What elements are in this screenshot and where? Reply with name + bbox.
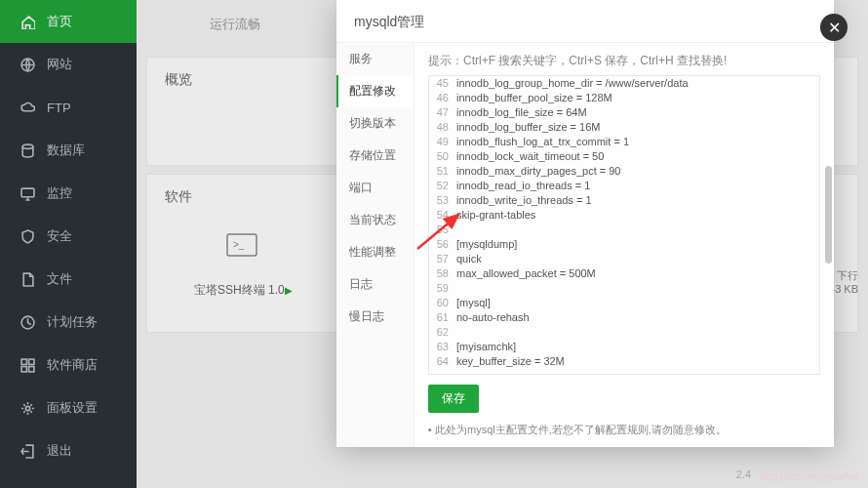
modal-tab[interactable]: 端口 xyxy=(336,172,414,204)
modal-tab[interactable]: 性能调整 xyxy=(336,236,414,268)
line-number: 47 xyxy=(429,105,456,120)
line-number: 62 xyxy=(429,325,456,340)
line-content[interactable]: innodb_log_file_size = 64M xyxy=(456,105,819,120)
code-line[interactable]: 57quick xyxy=(429,252,819,266)
line-content[interactable]: skip-grant-tables xyxy=(456,208,819,223)
config-editor[interactable]: 45innodb_log_group_home_dir = /www/serve… xyxy=(428,75,820,375)
code-line[interactable]: 63[myisamchk] xyxy=(429,340,819,354)
code-line[interactable]: 64key_buffer_size = 32M xyxy=(429,354,819,369)
scrollbar-thumb[interactable] xyxy=(825,166,832,264)
line-content[interactable]: innodb_read_io_threads = 1 xyxy=(456,179,819,193)
line-number: 55 xyxy=(429,223,456,237)
code-line[interactable]: 48innodb_log_buffer_size = 16M xyxy=(429,120,819,135)
line-number: 52 xyxy=(429,179,456,193)
modal-tab[interactable]: 当前状态 xyxy=(336,204,414,236)
line-number: 61 xyxy=(429,310,456,325)
code-line[interactable]: 61no-auto-rehash xyxy=(429,310,819,325)
line-content[interactable]: quick xyxy=(456,252,819,266)
line-number: 59 xyxy=(429,281,456,296)
line-number: 50 xyxy=(429,149,456,164)
code-line[interactable]: 59 xyxy=(429,281,819,296)
line-number: 63 xyxy=(429,340,456,354)
modal-tab[interactable]: 存储位置 xyxy=(336,140,414,172)
line-number: 54 xyxy=(429,208,456,223)
line-content[interactable]: [mysql] xyxy=(456,296,819,310)
code-line[interactable]: 56[mysqldump] xyxy=(429,237,819,252)
line-content[interactable] xyxy=(456,223,819,237)
modal-title: mysqld管理 xyxy=(336,0,834,43)
line-number: 53 xyxy=(429,193,456,208)
code-line[interactable]: 45innodb_log_group_home_dir = /www/serve… xyxy=(429,76,819,91)
code-line[interactable]: 51innodb_max_dirty_pages_pct = 90 xyxy=(429,164,819,179)
modal-tab[interactable]: 日志 xyxy=(336,268,414,301)
line-content[interactable]: innodb_lock_wait_timeout = 50 xyxy=(456,149,819,164)
code-line[interactable]: 62 xyxy=(429,325,819,340)
code-line[interactable]: 52innodb_read_io_threads = 1 xyxy=(429,179,819,193)
line-content[interactable]: innodb_log_buffer_size = 16M xyxy=(456,120,819,135)
line-content[interactable]: innodb_flush_log_at_trx_commit = 1 xyxy=(456,135,819,149)
footer-number: 2.4 xyxy=(736,468,751,480)
save-button[interactable]: 保存 xyxy=(428,385,479,413)
config-note: 此处为mysql主配置文件,若您不了解配置规则,请勿随意修改。 xyxy=(428,423,820,437)
code-line[interactable]: 60[mysql] xyxy=(429,296,819,310)
mysqld-modal: mysqld管理 ✕ 服务配置修改切换版本存储位置端口当前状态性能调整日志慢日志… xyxy=(336,0,834,447)
code-line[interactable]: 49innodb_flush_log_at_trx_commit = 1 xyxy=(429,135,819,149)
modal-sidebar: 服务配置修改切换版本存储位置端口当前状态性能调整日志慢日志 xyxy=(336,43,414,447)
hint-text: 提示：Ctrl+F 搜索关键字，Ctrl+S 保存，Ctrl+H 查找替换! xyxy=(428,53,820,69)
modal-tab[interactable]: 切换版本 xyxy=(336,107,414,140)
line-number: 48 xyxy=(429,120,456,135)
modal-tab[interactable]: 配置修改 xyxy=(336,75,414,107)
code-line[interactable]: 46innodb_buffer_pool_size = 128M xyxy=(429,91,819,105)
line-content[interactable]: [mysqldump] xyxy=(456,237,819,252)
line-number: 60 xyxy=(429,296,456,310)
line-number: 64 xyxy=(429,354,456,369)
code-line[interactable]: 55 xyxy=(429,223,819,237)
code-line[interactable]: 58max_allowed_packet = 500M xyxy=(429,266,819,281)
modal-tab[interactable]: 服务 xyxy=(336,43,414,75)
line-content[interactable]: key_buffer_size = 32M xyxy=(456,354,819,369)
line-number: 45 xyxy=(429,76,456,91)
line-number: 56 xyxy=(429,237,456,252)
line-content[interactable]: innodb_write_io_threads = 1 xyxy=(456,193,819,208)
line-content[interactable]: innodb_log_group_home_dir = /www/server/… xyxy=(456,76,819,91)
line-number: 51 xyxy=(429,164,456,179)
modal-tab[interactable]: 慢日志 xyxy=(336,301,414,333)
line-content[interactable]: [myisamchk] xyxy=(456,340,819,354)
line-content[interactable]: innodb_buffer_pool_size = 128M xyxy=(456,91,819,105)
line-content[interactable]: max_allowed_packet = 500M xyxy=(456,266,819,281)
code-line[interactable]: 50innodb_lock_wait_timeout = 50 xyxy=(429,149,819,164)
line-content[interactable] xyxy=(456,281,819,296)
code-line[interactable]: 53innodb_write_io_threads = 1 xyxy=(429,193,819,208)
line-content[interactable]: no-auto-rehash xyxy=(456,310,819,325)
modal-content: 提示：Ctrl+F 搜索关键字，Ctrl+S 保存，Ctrl+H 查找替换! 4… xyxy=(414,43,834,447)
line-content[interactable] xyxy=(456,325,819,340)
line-number: 46 xyxy=(429,91,456,105)
close-icon[interactable]: ✕ xyxy=(820,14,848,41)
watermark: blog.csdn.net/jinyuehai xyxy=(759,471,858,482)
line-number: 58 xyxy=(429,266,456,281)
code-line[interactable]: 54skip-grant-tables xyxy=(429,208,819,223)
code-line[interactable]: 47innodb_log_file_size = 64M xyxy=(429,105,819,120)
line-content[interactable]: innodb_max_dirty_pages_pct = 90 xyxy=(456,164,819,179)
line-number: 49 xyxy=(429,135,456,149)
line-number: 57 xyxy=(429,252,456,266)
